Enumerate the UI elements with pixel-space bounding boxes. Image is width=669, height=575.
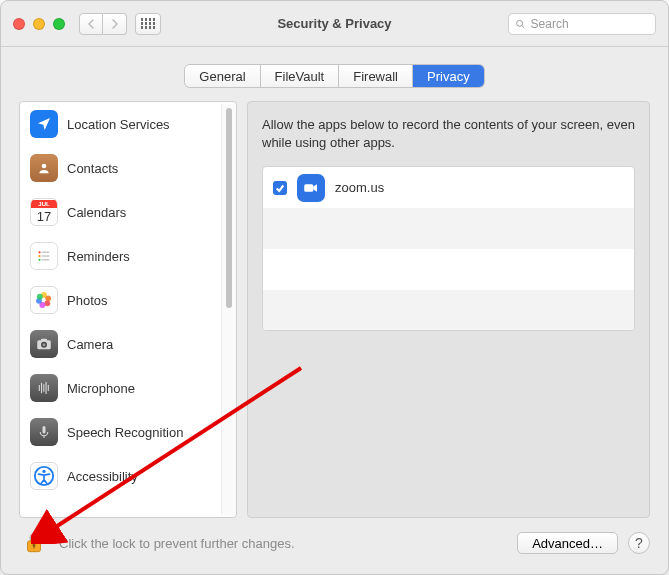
chevron-left-icon [87, 19, 95, 29]
svg-point-2 [42, 164, 47, 169]
grid-icon [141, 18, 156, 29]
sidebar-item-speech-recognition[interactable]: Speech Recognition [20, 410, 221, 454]
svg-point-10 [45, 295, 51, 301]
sidebar-item-label: Location Services [67, 117, 170, 132]
tab-filevault[interactable]: FileVault [261, 65, 340, 87]
sidebar-item-contacts[interactable]: Contacts [20, 146, 221, 190]
location-icon [30, 110, 58, 138]
tab-row: General FileVault Firewall Privacy [1, 65, 668, 87]
sidebar-item-label: Speech Recognition [67, 425, 183, 440]
accessibility-icon [30, 462, 58, 490]
close-window-button[interactable] [13, 18, 25, 30]
svg-point-7 [38, 259, 40, 261]
svg-point-17 [43, 343, 46, 346]
sidebar-item-photos[interactable]: Photos [20, 278, 221, 322]
svg-rect-28 [304, 184, 313, 192]
sidebar-item-microphone[interactable]: Microphone [20, 366, 221, 410]
svg-rect-6 [42, 255, 50, 257]
microphone-icon [30, 374, 58, 402]
svg-point-27 [42, 470, 45, 473]
forward-button[interactable] [103, 13, 127, 35]
segmented-control: General FileVault Firewall Privacy [185, 65, 483, 87]
lock-description: Click the lock to prevent further change… [59, 536, 295, 551]
footer: Click the lock to prevent further change… [1, 518, 668, 574]
right-panel: Allow the apps below to record the conte… [247, 101, 650, 518]
back-button[interactable] [79, 13, 103, 35]
zoom-app-icon [297, 174, 325, 202]
sidebar-item-accessibility[interactable]: Accessibility [20, 454, 221, 498]
sidebar-item-reminders[interactable]: Reminders [20, 234, 221, 278]
app-list: zoom.us [262, 166, 635, 331]
show-all-button[interactable] [135, 13, 161, 35]
app-checkbox[interactable] [273, 181, 287, 195]
reminders-icon [30, 242, 58, 270]
app-row-empty [263, 208, 634, 249]
svg-rect-24 [43, 426, 46, 434]
sidebar-item-label: Microphone [67, 381, 135, 396]
search-field[interactable] [508, 13, 656, 35]
panel-description: Allow the apps below to record the conte… [262, 116, 635, 152]
tab-firewall[interactable]: Firewall [339, 65, 413, 87]
chevron-right-icon [111, 19, 119, 29]
lock-button[interactable] [19, 528, 49, 558]
svg-rect-21 [43, 384, 44, 392]
sidebar-item-label: Calendars [67, 205, 126, 220]
sidebar-item-label: Contacts [67, 161, 118, 176]
sidebar-item-label: Photos [67, 293, 107, 308]
tab-general[interactable]: General [185, 65, 260, 87]
svg-rect-19 [39, 385, 40, 391]
sidebar-item-camera[interactable]: Camera [20, 322, 221, 366]
svg-point-14 [37, 294, 43, 300]
content-area: Location Services Contacts JUL 17 Calend… [1, 87, 668, 518]
app-label: zoom.us [335, 180, 384, 195]
svg-point-11 [44, 300, 50, 306]
preferences-window: Security & Privacy General FileVault Fir… [0, 0, 669, 575]
contacts-icon [30, 154, 58, 182]
app-row-empty [263, 290, 634, 331]
svg-point-5 [38, 255, 40, 257]
sidebar-item-label: Camera [67, 337, 113, 352]
scroll-thumb[interactable] [226, 108, 232, 308]
sidebar-item-label: Reminders [67, 249, 130, 264]
checkmark-icon [275, 183, 285, 193]
window-controls [13, 18, 65, 30]
svg-rect-20 [41, 383, 42, 394]
sidebar-container: Location Services Contacts JUL 17 Calend… [19, 101, 237, 518]
advanced-button[interactable]: Advanced… [517, 532, 618, 554]
minimize-window-button[interactable] [33, 18, 45, 30]
svg-rect-23 [48, 385, 49, 391]
svg-rect-32 [33, 545, 34, 548]
help-button[interactable]: ? [628, 532, 650, 554]
sidebar-item-calendars[interactable]: JUL 17 Calendars [20, 190, 221, 234]
svg-line-1 [522, 25, 524, 27]
svg-point-0 [517, 20, 523, 26]
svg-rect-18 [41, 339, 47, 341]
svg-rect-4 [42, 252, 50, 254]
speech-recognition-icon [30, 418, 58, 446]
photos-icon [30, 286, 58, 314]
unlocked-lock-icon [21, 530, 47, 556]
camera-icon [30, 330, 58, 358]
calendar-icon: JUL 17 [30, 198, 58, 226]
app-row-empty [263, 249, 634, 290]
privacy-sidebar: Location Services Contacts JUL 17 Calend… [20, 102, 221, 517]
tab-privacy[interactable]: Privacy [413, 65, 484, 87]
search-icon [515, 18, 526, 30]
nav-buttons [79, 13, 127, 35]
sidebar-item-label: Accessibility [67, 469, 138, 484]
svg-rect-22 [46, 382, 47, 394]
sidebar-item-location-services[interactable]: Location Services [20, 102, 221, 146]
search-input[interactable] [531, 17, 649, 31]
app-row-zoom[interactable]: zoom.us [263, 167, 634, 208]
sidebar-scrollbar[interactable] [221, 104, 236, 515]
fullscreen-window-button[interactable] [53, 18, 65, 30]
titlebar: Security & Privacy [1, 1, 668, 47]
svg-rect-8 [42, 259, 50, 261]
svg-point-3 [38, 251, 40, 253]
